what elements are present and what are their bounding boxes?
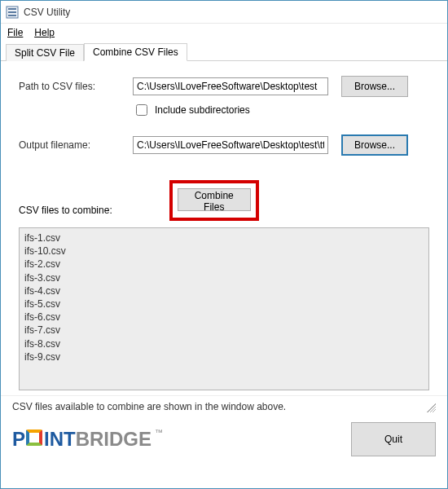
list-item[interactable]: ifs-9.csv: [24, 350, 424, 363]
pointbridge-logo: PINTBRIDGE™: [12, 428, 163, 451]
window-title: CSV Utility: [24, 7, 70, 18]
list-item[interactable]: ifs-4.csv: [24, 284, 424, 297]
app-icon: [6, 6, 19, 19]
svg-rect-1: [8, 8, 16, 10]
list-item[interactable]: ifs-6.csv: [24, 311, 424, 324]
svg-rect-2: [8, 11, 16, 13]
browse-path-button[interactable]: Browse...: [341, 76, 408, 97]
file-list[interactable]: ifs-1.csv ifs-10.csv ifs-2.csv ifs-3.csv…: [19, 227, 429, 390]
list-item[interactable]: ifs-3.csv: [24, 271, 424, 284]
footer: PINTBRIDGE™ Quit: [1, 416, 447, 465]
menu-bar: File Help: [1, 24, 447, 42]
path-label: Path to CSV files:: [19, 81, 133, 92]
combine-files-button[interactable]: Combine Files: [178, 188, 251, 211]
file-list-label: CSV files to combine:: [19, 205, 112, 221]
browse-output-button[interactable]: Browse...: [341, 134, 408, 156]
menu-file[interactable]: File: [7, 27, 23, 38]
list-item[interactable]: ifs-5.csv: [24, 297, 424, 311]
tab-combine-csv[interactable]: Combine CSV Files: [84, 43, 187, 61]
list-item[interactable]: ifs-10.csv: [24, 244, 424, 258]
tab-row: Split CSV File Combine CSV Files: [1, 42, 447, 61]
list-item[interactable]: ifs-7.csv: [24, 324, 424, 337]
include-subdirs-checkbox[interactable]: [136, 104, 147, 116]
path-input[interactable]: [133, 77, 328, 95]
list-item[interactable]: ifs-2.csv: [24, 258, 424, 271]
tab-content: Path to CSV files: Browse... Include sub…: [1, 61, 447, 395]
list-item[interactable]: ifs-8.csv: [24, 337, 424, 350]
hint-text: CSV files available to combine are shown…: [12, 401, 286, 412]
combine-highlight-box: Combine Files: [169, 180, 259, 221]
include-subdirs-label: Include subdirectories: [155, 104, 250, 116]
menu-help[interactable]: Help: [34, 27, 55, 38]
quit-button[interactable]: Quit: [351, 422, 436, 456]
output-label: Output filename:: [19, 139, 133, 151]
status-row: CSV files available to combine are shown…: [1, 395, 447, 416]
list-item[interactable]: ifs-1.csv: [24, 231, 424, 244]
svg-rect-3: [8, 15, 16, 16]
logo-o-icon: [26, 430, 42, 446]
resize-grip-icon[interactable]: [424, 401, 436, 412]
title-bar: CSV Utility: [1, 1, 447, 24]
tab-split-csv[interactable]: Split CSV File: [6, 44, 84, 61]
output-input[interactable]: [133, 136, 328, 154]
